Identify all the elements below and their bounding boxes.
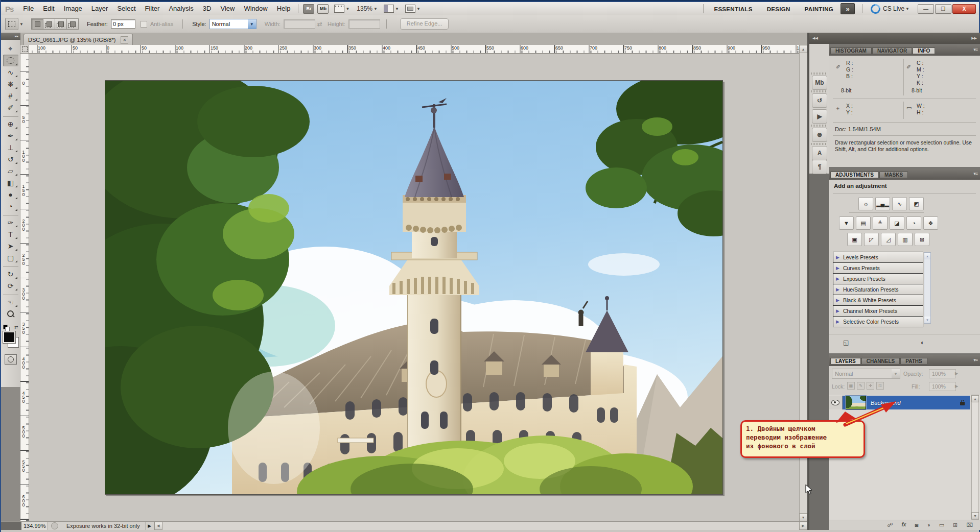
photo-filter-icon[interactable]: ◔ [906, 216, 921, 230]
antialias-checkbox[interactable] [141, 21, 147, 28]
workspace-overflow-button[interactable]: » [841, 3, 855, 14]
panel-menu-icon[interactable]: ▾≡ [973, 47, 977, 52]
eraser-tool[interactable]: ▱ [3, 165, 18, 177]
eyedropper-tool[interactable]: ✐ [3, 102, 18, 113]
screen-mode-icon[interactable] [405, 5, 415, 13]
menu-item[interactable]: Filter [141, 5, 165, 12]
link-layers-icon[interactable]: ☍ [887, 522, 893, 528]
cs-live[interactable]: CS Live ▼ [871, 4, 912, 14]
panel-tab[interactable]: MASKS [879, 172, 908, 178]
panel-tab[interactable]: INFO [913, 47, 935, 54]
move-tool[interactable]: ⌖ [3, 43, 18, 55]
hand-tool[interactable]: ☜ [3, 295, 18, 308]
pen-tool[interactable]: ✑ [3, 215, 18, 228]
return-to-adjustment-list-icon[interactable]: ◱ [843, 339, 849, 346]
close-icon[interactable]: ✕ [121, 36, 128, 44]
curves-icon[interactable]: ∿ [892, 197, 907, 210]
view-extras-icon[interactable] [334, 5, 344, 13]
active-tool-icon[interactable] [5, 18, 18, 30]
layer-visibility-toggle[interactable] [829, 396, 843, 409]
marquee-tool[interactable] [3, 55, 18, 66]
3d-orbit-tool[interactable]: ⟳ [3, 280, 18, 292]
path-selection-tool[interactable]: ➤ [3, 240, 18, 252]
mini-bridge-button[interactable]: Mb [317, 4, 329, 14]
chevron-down-icon[interactable]: ▼ [19, 22, 24, 27]
chevron-down-icon[interactable]: ▼ [395, 7, 399, 11]
panel-menu-icon[interactable]: ▾≡ [973, 171, 977, 176]
chevron-down-icon[interactable]: ▼ [416, 7, 421, 11]
clone-source-panel-icon[interactable]: ⊛ [812, 128, 827, 142]
feather-input[interactable]: 0 px [111, 19, 135, 29]
posterize-icon[interactable]: ◸ [864, 233, 879, 246]
threshold-icon[interactable]: ◿ [881, 233, 896, 246]
expand-triangle-icon[interactable]: ▶ [836, 308, 839, 313]
status-flyout-button[interactable]: ▶ [145, 522, 154, 530]
opacity-field[interactable]: 100% [929, 369, 956, 378]
layer-group-icon[interactable]: ▭ [939, 522, 944, 528]
add-selection-button[interactable] [43, 18, 55, 30]
bridge-button[interactable]: Br [303, 4, 314, 14]
panel-tab[interactable]: NAVIGATOR [872, 47, 912, 54]
exposure-icon[interactable]: ◩ [909, 197, 924, 210]
panel-tab[interactable]: HISTOGRAM [830, 47, 872, 54]
intersect-selection-button[interactable] [66, 18, 79, 30]
height-input[interactable] [348, 19, 380, 29]
scroll-right-icon[interactable]: ▶ [799, 522, 807, 530]
delete-layer-icon[interactable]: ⌧ [966, 522, 973, 528]
menu-item[interactable]: View [216, 5, 239, 12]
adjustment-layer-icon[interactable]: ◑ [927, 522, 930, 528]
subtract-selection-button[interactable] [55, 18, 67, 30]
actions-panel-icon[interactable]: ▶ [812, 109, 827, 124]
history-panel-icon[interactable]: ↺ [812, 93, 827, 108]
preset-item[interactable]: ▶Levels Presets [833, 252, 923, 263]
new-selection-button[interactable] [31, 18, 43, 30]
link-dimensions-icon[interactable]: ⇄ [317, 20, 322, 28]
preset-item[interactable]: ▶Exposure Presets [833, 273, 923, 284]
menu-item[interactable]: Image [59, 5, 87, 12]
preset-item[interactable]: ▶Hue/Saturation Presets [833, 284, 923, 295]
type-tool[interactable]: T [3, 228, 18, 240]
vibrance-icon[interactable]: ▼ [839, 216, 854, 230]
ruler-origin-box[interactable] [20, 45, 29, 54]
zoom-tool[interactable] [3, 308, 18, 320]
hue-saturation-icon[interactable]: ▤ [856, 216, 871, 230]
menu-item[interactable]: Edit [38, 5, 59, 12]
expand-triangle-icon[interactable]: ▶ [836, 255, 839, 260]
layer-row-background[interactable]: Background [829, 396, 970, 409]
fill-spinner-icon[interactable]: ▶ [953, 382, 960, 390]
expand-dock-button[interactable]: ▶▶ [829, 33, 980, 44]
scroll-left-icon[interactable]: ◀ [154, 522, 162, 530]
menu-item[interactable]: Select [112, 5, 140, 12]
layer-style-icon[interactable]: fx [901, 522, 906, 528]
3d-rotate-tool[interactable]: ↻ [3, 267, 18, 280]
menu-item[interactable]: 3D [198, 5, 216, 12]
scroll-up-icon[interactable]: ▲ [799, 45, 807, 53]
dodge-tool[interactable]: ◔ [3, 200, 18, 212]
zoom-level[interactable]: 135% [357, 5, 372, 12]
invert-icon[interactable]: ▣ [847, 233, 862, 246]
toolbox-header[interactable]: ▸▸ [1, 33, 20, 40]
minimize-button[interactable]: — [918, 4, 934, 14]
mini-bridge-panel-icon[interactable]: Mb [812, 76, 827, 90]
menu-item[interactable]: Window [239, 5, 272, 12]
workspace-button[interactable]: DESIGN [760, 6, 798, 12]
channel-mixer-icon[interactable]: ❖ [923, 216, 938, 230]
presets-scrollbar[interactable]: ▲ ▼ [924, 252, 931, 324]
layer-name[interactable]: Background [871, 400, 901, 406]
refine-edge-button[interactable]: Refine Edge... [400, 18, 449, 30]
chevron-down-icon[interactable]: ▼ [374, 7, 378, 11]
scroll-down-icon[interactable]: ▼ [799, 513, 807, 521]
expand-triangle-icon[interactable]: ▶ [836, 276, 839, 281]
swap-colors-icon[interactable]: ⇄ [14, 325, 18, 330]
preset-item[interactable]: ▶Curves Presets [833, 262, 923, 274]
expand-triangle-icon[interactable]: ▶ [836, 298, 839, 303]
quick-selection-tool[interactable]: ❋ [3, 78, 18, 90]
preset-item[interactable]: ▶Black & White Presets [833, 295, 923, 306]
expand-triangle-icon[interactable]: ▶ [836, 319, 839, 324]
width-input[interactable] [284, 19, 315, 29]
canvas-area[interactable]: 1005005010015020025030035040045050055060… [20, 45, 799, 521]
paragraph-panel-icon[interactable]: ¶ [812, 160, 827, 174]
status-zoom-field[interactable]: 134.99% [21, 522, 48, 530]
lock-pixels-icon[interactable]: ✎ [857, 382, 865, 390]
workspace-button[interactable]: ESSENTIALS [707, 6, 759, 12]
